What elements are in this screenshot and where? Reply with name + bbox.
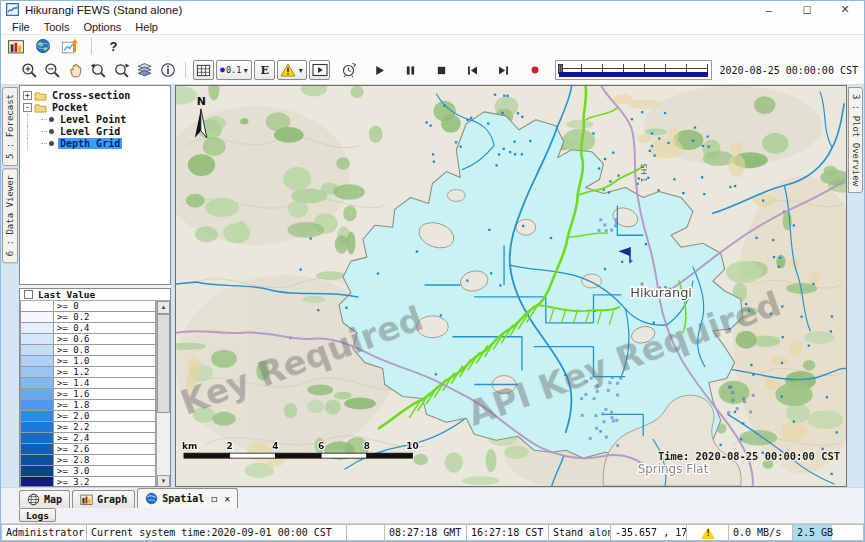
tree-row-level-point[interactable]: Level Point: [22, 114, 168, 126]
map-display-button[interactable]: [32, 36, 53, 56]
tab-data-viewer[interactable]: 6 : Data Viewer: [2, 168, 18, 263]
tree-item-label[interactable]: Cross-section: [50, 90, 132, 101]
scrollbar-thumb[interactable]: [157, 314, 170, 414]
tree-item-label[interactable]: Pocket: [50, 102, 90, 113]
status-coordinates: -35.657 , 174.199: [611, 524, 687, 541]
tree-connector: [27, 126, 41, 138]
time-span-bar: [559, 72, 707, 77]
legend-row[interactable]: >= 0: [20, 301, 156, 312]
legend-row[interactable]: >= 2.2: [20, 422, 156, 433]
tree-row-cross-section[interactable]: + Cross-section: [22, 90, 168, 102]
legend-color-swatch: [20, 444, 54, 455]
tab-maximize-icon[interactable]: ◻: [211, 493, 217, 504]
legend-row[interactable]: >= 3.2: [20, 477, 156, 487]
expand-icon[interactable]: +: [23, 91, 32, 100]
svg-text:6: 6: [318, 441, 324, 451]
right-tab-strip: 3 : Plot Overview: [847, 85, 864, 487]
animation-timer-button[interactable]: [338, 60, 359, 80]
tab-close-icon[interactable]: ✕: [224, 493, 230, 504]
pause-button[interactable]: [400, 60, 421, 80]
last-value-checkbox[interactable]: [24, 290, 33, 299]
stop-button[interactable]: [431, 60, 452, 80]
layers-button[interactable]: [134, 60, 155, 80]
legend-row[interactable]: >= 1.2: [20, 367, 156, 378]
legend-color-swatch: [20, 378, 54, 389]
tree-item-label[interactable]: Depth Grid: [58, 138, 122, 149]
close-button[interactable]: ✕: [826, 1, 864, 19]
maximize-button[interactable]: ◻: [788, 1, 826, 19]
legend-value-label: >= 2.6: [54, 444, 156, 455]
tab-graph[interactable]: Graph: [72, 490, 135, 508]
tree-item-label[interactable]: Level Point: [58, 114, 128, 125]
legend-row[interactable]: >= 1.8: [20, 400, 156, 411]
main-toolbar: ?: [1, 35, 864, 57]
legend-row[interactable]: >= 0.8: [20, 345, 156, 356]
tree-row-depth-grid[interactable]: Depth Grid: [22, 138, 168, 150]
step-first-button[interactable]: [462, 60, 483, 80]
legend-row[interactable]: >= 2.6: [20, 444, 156, 455]
legend-color-swatch: [20, 356, 54, 367]
time-slider[interactable]: [555, 60, 711, 80]
tree-connector: [41, 131, 47, 132]
minimize-button[interactable]: –: [750, 1, 788, 19]
tree-item-label[interactable]: Level Grid: [58, 126, 122, 137]
svg-text:N: N: [197, 94, 206, 107]
help-button[interactable]: ?: [103, 36, 124, 56]
wire-globe-icon: [27, 493, 40, 506]
menu-file[interactable]: File: [5, 20, 37, 34]
step-last-button[interactable]: [493, 60, 514, 80]
grid-display-button[interactable]: [193, 60, 214, 80]
scrollbar-track[interactable]: [157, 314, 170, 475]
warning-threshold-dropdown[interactable]: ▼: [277, 60, 307, 80]
legend-value-label: >= 1.8: [54, 400, 156, 411]
collapse-icon[interactable]: -: [23, 103, 32, 112]
legend-row[interactable]: >= 2.0: [20, 411, 156, 422]
legend-row[interactable]: >= 1.0: [20, 356, 156, 367]
tab-plot-overview[interactable]: 3 : Plot Overview: [848, 87, 863, 193]
database-viewer-button[interactable]: [5, 36, 26, 56]
legend-row[interactable]: >= 2.8: [20, 455, 156, 466]
info-button[interactable]: [157, 60, 178, 80]
menu-options[interactable]: Options: [76, 20, 128, 34]
tree-row-pocket[interactable]: - Pocket: [22, 102, 168, 114]
legend-row[interactable]: >= 1.6: [20, 389, 156, 400]
marker-scale-dropdown[interactable]: 0.1 ▼: [216, 60, 252, 80]
legend-value-label: >= 2.2: [54, 422, 156, 433]
tab-map[interactable]: Map: [19, 490, 70, 508]
legend-row[interactable]: >= 1.4: [20, 378, 156, 389]
toolbar-separator: [185, 62, 186, 78]
legend-row[interactable]: >= 0.4: [20, 323, 156, 334]
scroll-down-icon[interactable]: ▼: [157, 475, 170, 487]
legend-row[interactable]: >= 0.2: [20, 312, 156, 323]
legend-scrollbar[interactable]: ▲ ▼: [156, 301, 170, 487]
pan-button[interactable]: [65, 60, 86, 80]
map-canvas[interactable]: API Key Required API Key Required Hikura…: [175, 85, 847, 487]
status-warning-cell[interactable]: [687, 524, 729, 541]
zoom-out-button[interactable]: [42, 60, 63, 80]
stop-icon: [435, 64, 448, 77]
menu-help[interactable]: Help: [128, 20, 165, 34]
label-toggle-button[interactable]: E: [254, 60, 275, 80]
legend-row[interactable]: >= 3.0: [20, 466, 156, 477]
zoom-out-icon: [44, 62, 61, 79]
leaf-bullet-icon: [49, 141, 54, 146]
movie-export-button[interactable]: [309, 60, 330, 80]
tab-spatial-label: Spatial: [162, 493, 204, 504]
tab-forecast[interactable]: 5 : Forecast: [2, 87, 18, 166]
tab-spatial[interactable]: Spatial ◻ ✕: [137, 488, 238, 508]
zoom-in-button[interactable]: [19, 60, 40, 80]
scroll-up-icon[interactable]: ▲: [157, 301, 170, 314]
menu-tools[interactable]: Tools: [37, 20, 77, 34]
play-button[interactable]: [369, 60, 390, 80]
status-local-time: 16:27:18 CST: [467, 524, 549, 541]
record-button[interactable]: [524, 60, 545, 80]
legend-row[interactable]: >= 2.4: [20, 433, 156, 444]
legend-row[interactable]: >= 0.6: [20, 334, 156, 345]
logs-button[interactable]: Logs: [19, 508, 56, 522]
leaf-bullet-icon: [49, 117, 54, 122]
tree-row-level-grid[interactable]: Level Grid: [22, 126, 168, 138]
zoom-next-button[interactable]: [111, 60, 132, 80]
spatial-display-button[interactable]: [59, 36, 80, 56]
legend-value-label: >= 0.2: [54, 312, 156, 323]
zoom-previous-button[interactable]: [88, 60, 109, 80]
